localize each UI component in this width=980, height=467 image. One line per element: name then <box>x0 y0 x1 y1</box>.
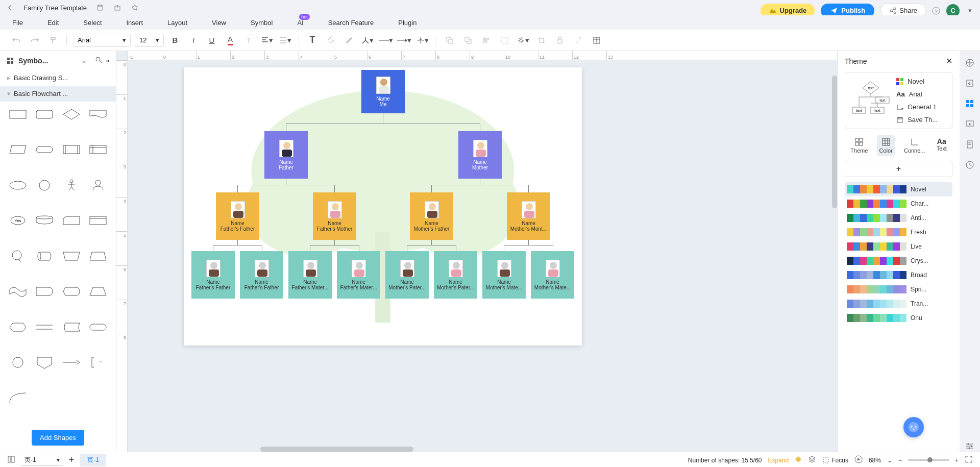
undo-icon[interactable] <box>9 33 23 47</box>
rail-history-icon[interactable] <box>964 159 975 170</box>
menu-plugin[interactable]: Plugin <box>398 19 416 27</box>
rail-present-icon[interactable] <box>964 118 975 130</box>
theme-conn-row[interactable]: General 1 <box>896 103 947 111</box>
shape-parallel-lines[interactable] <box>33 318 56 336</box>
chevron-down-icon[interactable]: ⌄ <box>81 57 87 64</box>
font-color-icon[interactable]: A <box>223 33 237 47</box>
node-father[interactable]: NameFather <box>264 131 308 179</box>
node-l8[interactable]: NameMother's Mate... <box>531 251 574 299</box>
zoom-in-icon[interactable]: + <box>955 457 959 464</box>
page-tab[interactable]: 页-1 <box>80 454 106 466</box>
node-l2[interactable]: NameFather's Father <box>240 251 283 299</box>
rail-theme-icon[interactable] <box>964 98 975 109</box>
shape-trap2[interactable] <box>86 283 110 300</box>
node-mother[interactable]: NameMother <box>458 131 502 179</box>
shape-annotation[interactable]: text <box>86 354 110 371</box>
shape-yes[interactable]: Yes <box>6 212 30 229</box>
node-l7[interactable]: NameMother's Mate... <box>482 251 526 299</box>
back-icon[interactable] <box>6 4 14 12</box>
shape-cylinder-h[interactable] <box>33 212 56 229</box>
theme-row-live[interactable]: Live <box>845 239 952 254</box>
outline-icon[interactable] <box>7 455 15 465</box>
theme-row-tran[interactable]: Tran... <box>845 297 952 311</box>
zoom-level[interactable]: 68% <box>869 457 881 464</box>
shape-ellipse[interactable] <box>6 177 30 194</box>
bold-icon[interactable]: B <box>168 33 182 47</box>
diamond-icon[interactable] <box>795 456 802 464</box>
arrow-icon[interactable]: ▾ <box>397 33 411 47</box>
align-left-icon[interactable] <box>479 33 494 47</box>
close-icon[interactable]: ✕ <box>946 56 952 66</box>
page-dropdown[interactable]: 页-1▾ <box>21 455 63 466</box>
play-icon[interactable] <box>854 455 863 465</box>
horizontal-scrollbar[interactable] <box>260 447 413 452</box>
zoom-slider[interactable] <box>908 459 949 461</box>
fill-icon[interactable] <box>324 33 338 47</box>
shape-callout[interactable] <box>6 248 30 265</box>
shape-trapezoid[interactable] <box>86 248 110 265</box>
align-icon[interactable]: ▾ <box>260 33 274 47</box>
table-icon[interactable] <box>590 33 604 47</box>
shape-display[interactable] <box>60 283 83 300</box>
shape-connector[interactable] <box>6 354 30 371</box>
theme-row-anti[interactable]: Anti... <box>845 211 952 225</box>
node-l3[interactable]: NameFather's Mater... <box>288 251 332 299</box>
add-shapes-button[interactable]: Add Shapes <box>32 430 84 446</box>
shape-internal[interactable] <box>86 141 110 158</box>
lock-icon[interactable] <box>553 33 567 47</box>
rail-settings-icon[interactable] <box>964 440 975 452</box>
collapse-icon[interactable]: « <box>106 57 110 64</box>
expand-link[interactable]: Expand <box>768 457 789 464</box>
group-icon[interactable] <box>498 33 512 47</box>
node-me[interactable]: NameMe <box>361 70 405 113</box>
redo-icon[interactable] <box>28 33 42 47</box>
theme-row-onu[interactable]: Onu <box>845 311 952 325</box>
focus-button[interactable]: Focus <box>822 457 848 464</box>
shape-roundrect[interactable] <box>33 106 56 123</box>
shape-person[interactable] <box>60 177 83 194</box>
node-l6[interactable]: NameMother's Pater... <box>434 251 477 299</box>
shape-arrow-right[interactable] <box>60 354 83 371</box>
shape-rect[interactable] <box>6 106 30 123</box>
shape-cylinder-v[interactable] <box>33 248 56 265</box>
menu-symbol[interactable]: Symbol <box>251 19 273 27</box>
theme-save-row[interactable]: Save Th... <box>896 116 947 124</box>
menu-view[interactable]: View <box>212 19 226 27</box>
effects-icon[interactable]: ▾ <box>516 33 530 47</box>
shape-card[interactable] <box>60 212 83 229</box>
format-painter-icon[interactable] <box>46 33 60 47</box>
underline-icon[interactable]: U <box>205 33 219 47</box>
theme-row-broad[interactable]: Broad <box>845 268 952 282</box>
theme-row-crys[interactable]: Crys... <box>845 254 952 268</box>
node-fm[interactable]: NameFather's Mother <box>313 192 356 240</box>
node-l5[interactable]: NameMother's Pater... <box>385 251 429 299</box>
shape-pill[interactable] <box>86 318 110 336</box>
theme-name-row[interactable]: Novel <box>896 78 947 85</box>
shape-stored[interactable] <box>60 318 83 336</box>
tab-text[interactable]: AaText <box>935 135 949 156</box>
line-jump-icon[interactable]: ▾ <box>415 33 430 47</box>
rail-style-icon[interactable] <box>964 57 975 68</box>
vertical-scrollbar[interactable] <box>832 76 837 208</box>
diagram-page[interactable]: NameMe NameFather NameMother NameFather'… <box>184 67 582 346</box>
tab-theme[interactable]: Theme <box>848 135 870 156</box>
shape-circle[interactable] <box>33 177 56 194</box>
shape-manual[interactable] <box>60 248 83 265</box>
rail-import-icon[interactable] <box>964 78 975 89</box>
menu-insert[interactable]: Insert <box>127 19 143 27</box>
tab-color[interactable]: Color <box>877 135 894 156</box>
italic-icon[interactable]: I <box>186 33 201 47</box>
search-icon[interactable] <box>95 56 102 65</box>
text-format-icon[interactable]: T <box>241 33 256 47</box>
line-height-icon[interactable]: ▾ <box>278 33 292 47</box>
shape-tape[interactable] <box>6 283 30 300</box>
rail-page-icon[interactable] <box>964 139 975 150</box>
menu-search[interactable]: Search Feature <box>328 19 374 27</box>
menu-ai[interactable]: AIhot <box>297 19 303 27</box>
star-icon[interactable] <box>131 4 139 12</box>
crop-icon[interactable] <box>534 33 549 47</box>
shape-diamond[interactable] <box>60 106 83 123</box>
fullscreen-icon[interactable] <box>965 455 973 465</box>
layers-icon[interactable] <box>808 455 816 465</box>
menu-edit[interactable]: Edit <box>47 19 59 27</box>
